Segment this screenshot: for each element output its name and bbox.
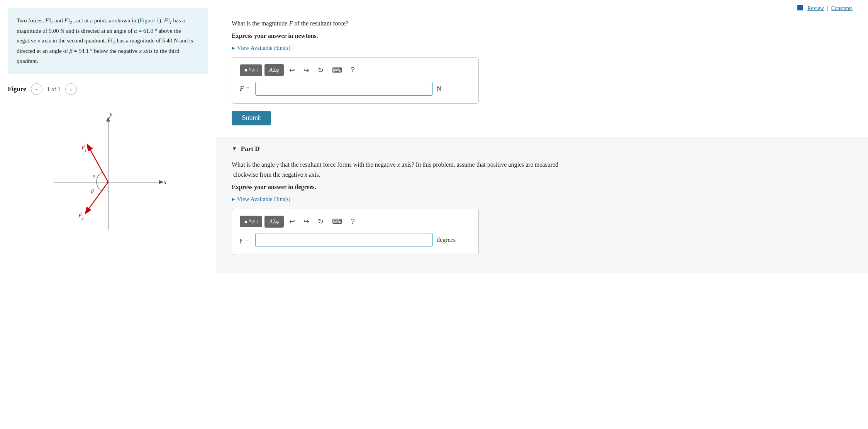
part-d-unit: degrees (437, 236, 456, 243)
vector-diagram-svg: y x F⃗1 F⃗2 (42, 107, 174, 246)
part-d-collapse-icon[interactable]: ▼ (232, 146, 237, 152)
part-c-keyboard-button[interactable]: ⌨ (329, 64, 345, 76)
part-c-express: Express your answer in newtons. (232, 32, 853, 39)
figure-section: Figure ‹ 1 of 1 › y x (8, 83, 208, 253)
part-c-section: What is the magnitude F of the resultant… (232, 19, 853, 125)
part-d-hint[interactable]: View Available Hint(s) (232, 196, 853, 203)
svg-text:y: y (109, 111, 113, 118)
part-d-symbol-button[interactable]: ΑΣφ (264, 216, 284, 228)
part-d-redo-button[interactable]: ↪ (300, 215, 312, 228)
figure-diagram: y x F⃗1 F⃗2 (8, 103, 208, 253)
part-d-toolbar: ■ ⁵√□ ΑΣφ ↩ ↪ ↻ ⌨ ? (240, 215, 471, 228)
figure-divider (8, 99, 208, 99)
part-c-refresh-button[interactable]: ↻ (315, 64, 327, 76)
svg-marker-2 (106, 117, 110, 122)
part-d-question: What is the angle γ that the resultant f… (232, 160, 579, 180)
svg-text:β: β (91, 188, 94, 194)
f2-label: F⃗2 (64, 17, 72, 24)
part-c-input-row: F = N (240, 82, 471, 96)
part-d-answer-input[interactable] (255, 233, 433, 247)
constants-link[interactable]: Constants (831, 5, 853, 12)
part-c-help-button[interactable]: ? (348, 64, 358, 76)
svg-text:x: x (163, 179, 166, 185)
right-panel: Review | Constants What is the magnitude… (216, 0, 868, 429)
part-d-answer-box: ■ ⁵√□ ΑΣφ ↩ ↪ ↻ ⌨ ? γ = degrees (232, 209, 479, 255)
part-c-sqrt-button[interactable]: ■ ⁵√□ (240, 64, 262, 76)
part-c-redo-button[interactable]: ↪ (300, 64, 312, 76)
part-c-undo-button[interactable]: ↩ (286, 64, 298, 76)
part-c-toolbar: ■ ⁵√□ ΑΣφ ↩ ↪ ↻ ⌨ ? (240, 64, 471, 76)
left-panel: Two forces, F⃗1 and F⃗2 , act at a point… (0, 0, 216, 429)
part-c-answer-box: ■ ⁵√□ ΑΣφ ↩ ↪ ↻ ⌨ ? F = N (232, 57, 479, 104)
part-c-submit-button[interactable]: Submit (232, 111, 271, 125)
part-d-sqrt-button[interactable]: ■ ⁵√□ (240, 216, 262, 227)
part-c-symbol-button[interactable]: ΑΣφ (264, 64, 284, 76)
part-d-help-button[interactable]: ? (348, 216, 358, 228)
svg-marker-3 (159, 180, 164, 184)
part-d-eq-label: γ = (240, 236, 251, 244)
top-links: Review | Constants (232, 4, 853, 12)
figure-header: Figure ‹ 1 of 1 › (8, 83, 208, 95)
part-c-hint[interactable]: View Available Hint(s) (232, 45, 853, 51)
review-link[interactable]: Review (807, 5, 824, 12)
svg-text:F⃗2: F⃗2 (78, 212, 84, 220)
f1-label: F⃗1 (45, 17, 53, 24)
part-d-refresh-button[interactable]: ↻ (315, 215, 327, 228)
part-d-section: ▼ Part D What is the angle γ that the re… (216, 137, 868, 274)
part-c-hint-label: View Available Hint(s) (237, 45, 290, 51)
svg-line-8 (86, 182, 108, 213)
part-c-question: What is the magnitude F of the resultant… (232, 19, 853, 29)
review-icon (797, 5, 803, 10)
part-c-answer-input[interactable] (255, 82, 433, 96)
part-d-undo-button[interactable]: ↩ (286, 215, 298, 228)
figure-link[interactable]: Figure 1 (140, 17, 159, 24)
part-d-header: ▼ Part D (232, 145, 853, 153)
svg-text:F⃗1: F⃗1 (81, 144, 87, 152)
part-d-hint-label: View Available Hint(s) (237, 196, 290, 203)
part-d-input-row: γ = degrees (240, 233, 471, 247)
part-d-express: Express your answer in degrees. (232, 184, 853, 191)
figure-title: Figure (8, 85, 26, 93)
svg-text:α: α (93, 173, 96, 179)
problem-statement: Two forces, F⃗1 and F⃗2 , act at a point… (8, 8, 208, 74)
prev-figure-button[interactable]: ‹ (31, 83, 42, 95)
part-c-unit: N (437, 85, 448, 92)
part-d-title: Part D (241, 145, 260, 153)
part-c-eq-label: F = (240, 85, 251, 93)
link-separator: | (827, 5, 828, 12)
next-figure-button[interactable]: › (65, 83, 77, 95)
figure-pagination: 1 of 1 (47, 86, 61, 93)
part-d-keyboard-button[interactable]: ⌨ (329, 215, 345, 228)
